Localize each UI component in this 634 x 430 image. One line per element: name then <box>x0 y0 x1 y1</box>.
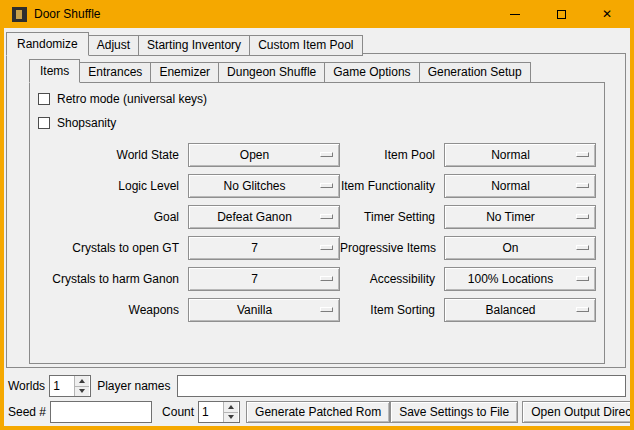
tab-entrances[interactable]: Entrances <box>79 62 151 83</box>
arrow-up-icon <box>79 379 85 383</box>
tab-randomize[interactable]: Randomize <box>6 32 89 56</box>
window: Door Shuffle ✕ Randomize Adjust Starting… <box>0 0 634 430</box>
tab-items[interactable]: Items <box>29 59 80 83</box>
player-names-label: Player names <box>97 379 170 393</box>
dropdown-goal[interactable]: Defeat Ganon <box>188 205 340 229</box>
dropdown-crystals-open-gt[interactable]: 7 <box>188 236 340 260</box>
tab-custom-item-pool[interactable]: Custom Item Pool <box>249 35 362 56</box>
arrow-up-icon <box>228 405 234 409</box>
tab-starting-inventory[interactable]: Starting Inventory <box>138 35 250 56</box>
dropdown-logic-level-value: No Glitches <box>189 179 320 193</box>
dropdown-goal-value: Defeat Ganon <box>189 210 320 224</box>
count-spinner[interactable] <box>198 401 240 423</box>
dropdown-indicator-icon <box>576 152 589 157</box>
window-title: Door Shuffle <box>34 7 101 21</box>
worlds-spinner[interactable] <box>49 375 91 397</box>
inner-tab-bar: Items Entrances Enemizer Dungeon Shuffle… <box>29 59 605 83</box>
dropdown-crystals-harm-ganon[interactable]: 7 <box>188 267 340 291</box>
tab-enemizer[interactable]: Enemizer <box>150 62 219 83</box>
dropdown-accessibility[interactable]: 100% Locations <box>444 267 596 291</box>
dropdown-item-pool[interactable]: Normal <box>444 143 596 167</box>
outer-tab-bar: Randomize Adjust Starting Inventory Cust… <box>4 28 630 56</box>
titlebar[interactable]: Door Shuffle ✕ <box>4 0 630 28</box>
randomize-panel: Items Entrances Enemizer Dungeon Shuffle… <box>6 53 626 368</box>
label-world-state: World State <box>38 148 188 162</box>
dropdown-indicator-icon <box>320 245 333 250</box>
label-crystals-harm-ganon: Crystals to harm Ganon <box>38 272 188 286</box>
dropdown-indicator-icon <box>576 307 589 312</box>
minimize-button[interactable] <box>492 0 538 28</box>
label-timer-setting: Timer Setting <box>340 210 444 224</box>
dropdown-indicator-icon <box>576 276 589 281</box>
bottom-bar: Worlds Player names Seed # <box>8 375 626 423</box>
close-button[interactable]: ✕ <box>584 0 630 28</box>
label-item-sorting: Item Sorting <box>340 303 444 317</box>
close-icon: ✕ <box>602 8 612 20</box>
label-weapons: Weapons <box>38 303 188 317</box>
label-logic-level: Logic Level <box>38 179 188 193</box>
app-icon <box>12 7 27 22</box>
worlds-down-button[interactable] <box>75 386 89 397</box>
dropdown-item-sorting-value: Balanced <box>445 303 576 317</box>
dropdown-progressive-items[interactable]: On <box>444 236 596 260</box>
dropdown-item-functionality-value: Normal <box>445 179 576 193</box>
generate-patched-rom-button[interactable]: Generate Patched Rom <box>246 401 390 423</box>
tab-adjust[interactable]: Adjust <box>88 35 139 56</box>
dropdown-indicator-icon <box>320 183 333 188</box>
count-up-button[interactable] <box>224 402 238 412</box>
dropdown-crystals-harm-ganon-value: 7 <box>189 272 320 286</box>
maximize-button[interactable] <box>538 0 584 28</box>
save-settings-button[interactable]: Save Settings to File <box>390 401 518 423</box>
dropdown-indicator-icon <box>320 307 333 312</box>
window-controls: ✕ <box>492 0 630 28</box>
shopsanity-checkbox-row[interactable]: Shopsanity <box>38 115 596 130</box>
options-grid: World State Open Item Pool Normal Logic … <box>38 139 596 325</box>
dropdown-item-functionality[interactable]: Normal <box>444 174 596 198</box>
dropdown-progressive-items-value: On <box>445 241 576 255</box>
items-panel: Retro mode (universal keys) Shopsanity W… <box>29 82 605 364</box>
worlds-row: Worlds Player names <box>8 375 626 397</box>
retro-mode-checkbox[interactable] <box>38 93 50 105</box>
label-goal: Goal <box>38 210 188 224</box>
dropdown-timer-setting[interactable]: No Timer <box>444 205 596 229</box>
dropdown-indicator-icon <box>320 152 333 157</box>
tab-dungeon-shuffle[interactable]: Dungeon Shuffle <box>218 62 325 83</box>
seed-row: Seed # Count Generate Patched Rom Save S… <box>8 401 626 423</box>
dropdown-weapons[interactable]: Vanilla <box>188 298 340 322</box>
dropdown-crystals-open-gt-value: 7 <box>189 241 320 255</box>
count-input[interactable] <box>199 402 223 422</box>
dropdown-indicator-icon <box>576 245 589 250</box>
dropdown-item-pool-value: Normal <box>445 148 576 162</box>
minimize-icon <box>510 14 520 15</box>
dropdown-world-state-value: Open <box>189 148 320 162</box>
open-output-directory-button[interactable]: Open Output Directory <box>522 401 634 423</box>
seed-label: Seed # <box>8 405 46 419</box>
dropdown-indicator-icon <box>320 276 333 281</box>
worlds-up-button[interactable] <box>75 376 89 386</box>
label-crystals-open-gt: Crystals to open GT <box>38 241 188 255</box>
count-down-button[interactable] <box>224 412 238 423</box>
seed-input[interactable] <box>50 401 152 423</box>
inner-notebook: Items Entrances Enemizer Dungeon Shuffle… <box>29 59 605 364</box>
dropdown-logic-level[interactable]: No Glitches <box>188 174 340 198</box>
dropdown-weapons-value: Vanilla <box>189 303 320 317</box>
tab-generation-setup[interactable]: Generation Setup <box>419 62 531 83</box>
worlds-input[interactable] <box>50 376 74 396</box>
label-progressive-items: Progressive Items <box>340 241 444 255</box>
dropdown-world-state[interactable]: Open <box>188 143 340 167</box>
dropdown-indicator-icon <box>576 214 589 219</box>
worlds-label: Worlds <box>8 379 45 393</box>
tab-game-options[interactable]: Game Options <box>324 62 419 83</box>
dropdown-indicator-icon <box>576 183 589 188</box>
shopsanity-label: Shopsanity <box>57 116 116 130</box>
arrow-down-icon <box>79 389 85 393</box>
dropdown-item-sorting[interactable]: Balanced <box>444 298 596 322</box>
count-spinner-buttons <box>223 402 238 422</box>
maximize-icon <box>557 10 566 19</box>
shopsanity-checkbox[interactable] <box>38 117 50 129</box>
player-names-input[interactable] <box>177 375 627 397</box>
retro-mode-label: Retro mode (universal keys) <box>57 92 207 106</box>
label-item-pool: Item Pool <box>340 148 444 162</box>
retro-mode-checkbox-row[interactable]: Retro mode (universal keys) <box>38 91 596 106</box>
dropdown-indicator-icon <box>320 214 333 219</box>
